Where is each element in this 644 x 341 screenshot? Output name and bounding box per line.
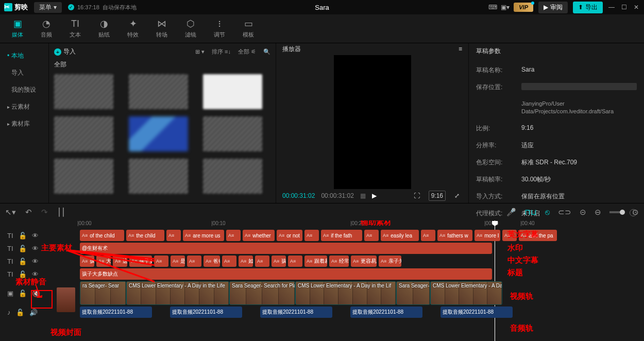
audio-clip[interactable]: 提取音频20221101-88	[80, 306, 152, 318]
subtitle-clip[interactable]: A≡	[364, 230, 379, 241]
clip-watermark[interactable]: @生财有术	[80, 243, 492, 254]
subtitle-clip[interactable]: A≡亲子关系会	[379, 255, 401, 267]
audio-clip[interactable]: 提取音频20221101-88	[350, 306, 422, 318]
lock-icon[interactable]: 🔓	[19, 258, 27, 265]
media-thumb[interactable]	[203, 116, 262, 151]
layout-icon[interactable]: ▣▾	[501, 4, 509, 11]
subtitle-clip[interactable]: A≡easily lea	[381, 230, 419, 241]
sidebar-item[interactable]: 素材库	[0, 115, 48, 132]
zoom-out-icon[interactable]: ⊖	[595, 208, 601, 217]
media-thumb[interactable]	[129, 74, 188, 109]
subtitle-clip[interactable]: A≡	[502, 230, 517, 241]
tool-媒体[interactable]: ▣媒体	[4, 16, 31, 41]
media-thumb[interactable]	[54, 116, 113, 151]
speaker-icon[interactable]: 🔊	[29, 309, 38, 316]
lock-icon[interactable]: 🔓	[19, 270, 27, 278]
maximize-icon[interactable]: ☐	[620, 4, 628, 11]
zoom-fit-icon[interactable]: ⊙	[632, 208, 639, 217]
video-clip[interactable]: Sara Seager- Search for Pla	[229, 281, 295, 305]
review-button[interactable]: ▶审阅	[538, 2, 568, 13]
audio-clip[interactable]: 提取音频20221101-88	[440, 306, 513, 318]
audio-clip[interactable]: 提取音频20221101-88	[260, 306, 332, 318]
crop-icon[interactable]: ⛶	[411, 191, 422, 201]
eye-icon[interactable]: 👁	[32, 270, 39, 278]
link-icon[interactable]: ⎋	[545, 208, 550, 216]
cover-thumbnail[interactable]	[57, 287, 75, 312]
subtitle-clip[interactable]: A≡孩子更在意	[129, 255, 152, 267]
video-clip[interactable]: CMS Lower Elementary - A Day	[430, 281, 502, 305]
redo-icon[interactable]: ↷	[41, 208, 48, 217]
zoom-slider[interactable]	[609, 211, 624, 213]
eye-icon[interactable]: 👁	[32, 232, 39, 240]
tool-滤镜[interactable]: ⬡滤镜	[177, 16, 204, 41]
subtitle-clip[interactable]: A≡	[154, 255, 168, 267]
subtitle-clip[interactable]: A≡	[304, 230, 319, 241]
subtitle-clip[interactable]: A≡是否	[171, 255, 185, 267]
export-button[interactable]: ⬆导出	[573, 2, 603, 13]
lock-icon[interactable]: 🔓	[19, 245, 27, 252]
sidebar-item[interactable]: 云素材	[0, 98, 48, 115]
sidebar-item[interactable]: 导入	[0, 64, 48, 81]
media-thumb[interactable]	[54, 74, 113, 109]
media-thumb[interactable]	[129, 159, 188, 194]
import-button[interactable]: +导入	[54, 47, 76, 56]
media-thumb[interactable]	[129, 116, 188, 151]
sidebar-item[interactable]: 本地	[0, 47, 48, 64]
tool-特效[interactable]: ✦特效	[120, 16, 146, 41]
tool-文本[interactable]: TI文本	[62, 16, 89, 41]
subtitle-clip[interactable]: A≡跟着易导致	[304, 255, 327, 267]
minimize-icon[interactable]: —	[608, 4, 615, 11]
subtitle-clip[interactable]: A≡of the child	[80, 230, 124, 241]
lock-icon[interactable]: 🔓	[19, 232, 27, 240]
sidebar-item[interactable]: 我的预设	[0, 81, 48, 98]
pointer-tool-icon[interactable]: ↖▾	[5, 208, 16, 217]
subtitle-clip[interactable]: A≡	[255, 255, 269, 267]
tool-贴纸[interactable]: ◑贴纸	[91, 16, 117, 41]
media-thumb[interactable]	[203, 74, 262, 109]
subtitle-clip[interactable]: A≡经常玩手	[329, 255, 349, 267]
video-clip[interactable]: Sara Seager-	[396, 281, 430, 305]
subtitle-clip[interactable]: A≡如果	[239, 255, 253, 267]
video-clip[interactable]: CMS Lower Elementary - A Day in the Lif	[295, 281, 396, 305]
subtitle-clip[interactable]: A≡if the fath	[321, 230, 362, 241]
play-icon[interactable]: ▶	[372, 192, 377, 199]
subtitle-clip[interactable]: A≡or not	[277, 230, 302, 241]
vip-button[interactable]: VIP	[514, 3, 533, 12]
subtitle-clip[interactable]: A≡	[166, 230, 181, 241]
subtitle-clip[interactable]: A≡孩子	[272, 255, 286, 267]
timeline-ruler[interactable]: |00:00 |00:10 |00:20 |00:30 |00:40	[0, 220, 644, 230]
search-icon[interactable]: 🔍	[263, 48, 270, 56]
filter-toggle[interactable]: 全部 ⚟	[238, 48, 256, 56]
tool-模板[interactable]: ▭模板	[235, 16, 262, 41]
ratio-button[interactable]: 9:16	[429, 191, 446, 201]
lock-icon[interactable]: 🔓	[19, 289, 27, 297]
close-icon[interactable]: ✕	[633, 4, 640, 11]
tool-转场[interactable]: ⋈转场	[148, 16, 175, 41]
magnet-icon[interactable]: ⊓⊔	[524, 208, 537, 217]
view-toggle[interactable]: ⊞ ▾	[195, 48, 205, 56]
subtitle-clip[interactable]: A≡这	[113, 255, 127, 267]
player-menu-icon[interactable]: ≡	[459, 45, 462, 53]
video-clip[interactable]: CMS Lower Elementary - A Day in the Life	[126, 281, 229, 305]
media-thumb[interactable]	[54, 159, 113, 194]
subtitle-clip[interactable]: A≡	[421, 230, 435, 241]
media-thumb[interactable]	[203, 159, 262, 194]
clip-title[interactable]: 孩子大多数缺点	[80, 268, 492, 280]
audio-clip[interactable]: 提取音频20221101-88	[170, 306, 242, 318]
lock-icon[interactable]: 🔓	[16, 309, 24, 316]
subtitle-clip[interactable]: A≡	[187, 255, 201, 267]
fullscreen-icon[interactable]: ⤢	[452, 191, 462, 201]
mic-icon[interactable]: 🎤	[506, 208, 516, 217]
subtitle-clip[interactable]: A≡	[288, 255, 302, 267]
subtitle-clip[interactable]: A≡	[222, 255, 236, 267]
sort-toggle[interactable]: 排序 ≡↓	[212, 48, 231, 56]
subtitle-clip[interactable]: A≡大家	[96, 255, 111, 267]
media-tab-all[interactable]: 全部	[54, 60, 270, 69]
subtitle-clip[interactable]: A≡	[226, 230, 241, 241]
compare-icon[interactable]: ▦	[360, 192, 366, 199]
subtitle-clip[interactable]: A≡the child	[126, 230, 164, 241]
eye-icon[interactable]: 👁	[32, 245, 39, 252]
subtitle-clip[interactable]: A≡whether	[243, 230, 275, 241]
subtitle-clip[interactable]: A≡更容易忽视孩	[351, 255, 377, 267]
subtitle-clip[interactable]: A≡fathers w	[437, 230, 472, 241]
